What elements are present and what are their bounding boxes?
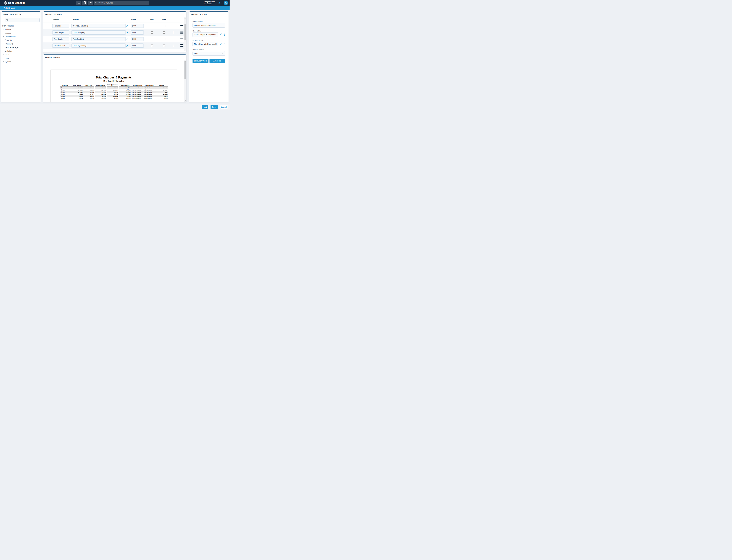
edit-pencil-icon[interactable]: [126, 25, 129, 28]
sidebar-item-home[interactable]: Home: [1, 57, 41, 60]
edit-pencil-icon[interactable]: [126, 38, 129, 41]
sample-table-cell: 1631.4: [71, 97, 83, 99]
insertable-fields-tree: Blank ColumnTenantsLeasesReservationsPro…: [1, 23, 41, 64]
sidebar-item-asset[interactable]: Asset: [1, 53, 41, 57]
hide-checkbox[interactable]: [163, 25, 165, 27]
total-checkbox[interactable]: [151, 25, 153, 27]
kebab-menu-icon[interactable]: [173, 25, 175, 27]
command-launch-input[interactable]: [98, 2, 147, 4]
scroll-down-arrow-icon[interactable]: [184, 100, 186, 101]
chevron-right-icon: [2, 32, 4, 34]
report-columns-title: REPORT COLUMNS: [43, 12, 186, 17]
drag-handle-icon[interactable]: [180, 25, 183, 27]
sidebar-item-violation[interactable]: Violation: [1, 49, 41, 53]
col-header-hide: Hide: [162, 19, 166, 21]
kebab-menu-icon[interactable]: [173, 31, 175, 34]
execution-order-button[interactable]: Execution Order: [193, 59, 208, 63]
collapse-panel-chevron-icon[interactable]: [2, 19, 4, 21]
column-header-input[interactable]: [52, 43, 69, 48]
sample-report-scrollbar[interactable]: [184, 60, 186, 102]
user-avatar[interactable]: TM: [224, 1, 228, 5]
column-width-input[interactable]: [131, 24, 144, 28]
kebab-menu-icon[interactable]: [173, 45, 175, 47]
sidebar-item-prospects[interactable]: Prospects: [1, 42, 41, 46]
hide-checkbox[interactable]: [163, 38, 165, 40]
favorites-button[interactable]: [88, 1, 93, 5]
column-formula-input[interactable]: [71, 43, 126, 48]
total-checkbox[interactable]: [151, 31, 153, 34]
sample-table-column-header: ActiveEndDate: [143, 83, 155, 87]
edit-pencil-icon[interactable]: [220, 33, 222, 36]
sample-table-cell: 1814.41: [95, 93, 106, 95]
hide-checkbox[interactable]: [163, 45, 165, 47]
report-title-input[interactable]: [193, 33, 218, 37]
hamburger-icon: [78, 2, 80, 4]
kebab-menu-icon[interactable]: [173, 38, 175, 40]
save-button[interactable]: Save: [211, 105, 218, 109]
column-formula-input[interactable]: [71, 30, 126, 35]
sample-table-column-header: TotalPayments: [95, 83, 106, 87]
test-button[interactable]: Test: [202, 105, 208, 109]
total-checkbox[interactable]: [151, 45, 153, 47]
column-header-input[interactable]: [52, 37, 69, 41]
sample-table-cell: 365.02: [107, 87, 118, 89]
edit-pencil-icon[interactable]: [126, 45, 129, 47]
total-checkbox[interactable]: [151, 38, 153, 40]
report-subtitle-input[interactable]: [193, 42, 218, 46]
report-location-select[interactable]: Both: [193, 51, 225, 56]
sample-table-cell: 1562.24: [107, 89, 118, 91]
scroll-down-arrow-icon[interactable]: [184, 50, 186, 51]
sidebar-item-blank-column[interactable]: Blank Column: [1, 24, 41, 28]
sample-table-cell: ActiveEndDate: [143, 97, 155, 99]
sample-table-cell: FullName: [60, 89, 71, 91]
sample-table-cell: 595.86: [107, 91, 118, 93]
command-launch-searchbar[interactable]: [94, 1, 149, 5]
hide-checkbox[interactable]: [163, 31, 165, 34]
sample-table-cell: 743.33: [155, 97, 168, 99]
notification-bell-icon[interactable]: [218, 1, 221, 5]
edit-pencil-icon[interactable]: [220, 43, 222, 46]
report-name-input[interactable]: [193, 23, 225, 28]
sidebar-item-property[interactable]: Property: [1, 39, 41, 42]
column-width-input[interactable]: [131, 30, 144, 35]
sidebar-item-label: Home: [5, 57, 10, 59]
sample-table-cell: FullName: [60, 87, 71, 89]
column-header-input[interactable]: [52, 24, 69, 28]
drag-handle-icon[interactable]: [180, 44, 183, 47]
scrollbar-thumb[interactable]: [184, 24, 186, 40]
column-header-input[interactable]: [52, 30, 69, 35]
cancel-button[interactable]: Cancel: [220, 105, 227, 109]
kebab-menu-icon[interactable]: [224, 34, 225, 36]
sidebar-item-reservations[interactable]: Reservations: [1, 35, 41, 39]
sample-table-cell: 561.13: [155, 91, 168, 93]
edit-pencil-icon[interactable]: [126, 31, 129, 34]
col-header-width: Width: [131, 19, 136, 21]
sidebar-item-system[interactable]: System: [1, 60, 41, 64]
sidebar-item-leases[interactable]: Leases: [1, 31, 41, 35]
sample-table-cell: 817.58: [107, 97, 118, 99]
advanced-button[interactable]: Advanced: [209, 59, 225, 63]
scrollbar-thumb[interactable]: [184, 62, 186, 79]
drag-handle-icon[interactable]: [180, 38, 183, 40]
column-width-input[interactable]: [131, 37, 144, 41]
column-width-input[interactable]: [131, 43, 144, 48]
report-subtitle-label: Report Subtitle: [193, 39, 225, 41]
scroll-up-arrow-icon[interactable]: [184, 60, 186, 62]
search-icon: [95, 2, 97, 4]
report-columns-scrollbar[interactable]: [184, 17, 186, 51]
fields-search-input[interactable]: [5, 18, 40, 22]
scroll-up-arrow-icon[interactable]: [184, 17, 186, 19]
drag-handle-icon[interactable]: [180, 31, 183, 34]
chevron-down-icon: [222, 53, 224, 54]
company-code-label: Company Code: [204, 1, 215, 3]
column-formula-input[interactable]: [71, 37, 126, 41]
checklist-button[interactable]: [82, 1, 87, 5]
sidebar-item-service-manager[interactable]: Service Manager: [1, 46, 41, 49]
report-title-label: Report Title: [193, 30, 225, 32]
menu-button[interactable]: [76, 1, 81, 5]
sample-table-cell: ActiveEndDate: [143, 87, 155, 89]
column-formula-input[interactable]: [71, 24, 126, 28]
sidebar-item-tenants[interactable]: Tenants: [1, 28, 41, 31]
report-location-label: Report Location: [193, 49, 225, 51]
kebab-menu-icon[interactable]: [224, 43, 225, 45]
